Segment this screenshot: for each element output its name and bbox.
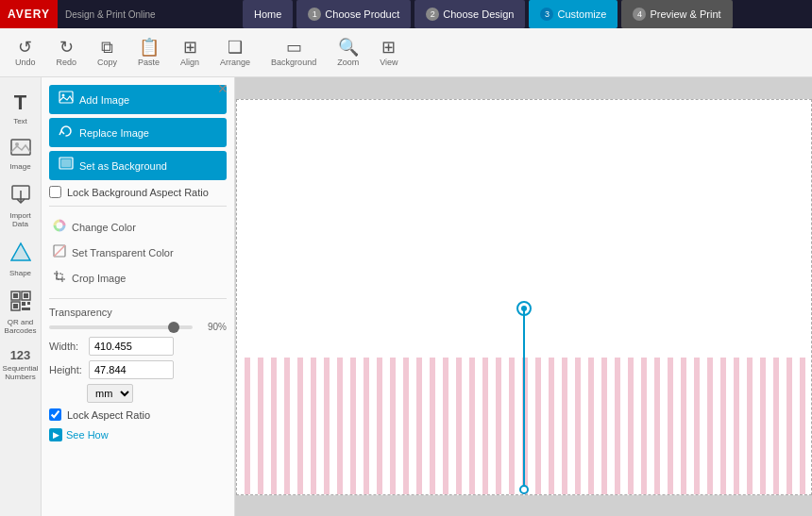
set-transparent-option[interactable]: Set Transparent Color: [49, 240, 227, 265]
svg-marker-4: [11, 243, 30, 260]
crop-icon: [53, 270, 66, 286]
align-icon: ⊞: [183, 39, 197, 56]
nav-steps: Home 1 Choose Product 2 Choose Design 3 …: [243, 0, 733, 28]
svg-rect-8: [24, 293, 28, 298]
label-canvas[interactable]: [236, 99, 812, 495]
transparency-slider-row: 90%: [49, 322, 227, 332]
view-button[interactable]: ⊞ View: [374, 35, 403, 71]
background-icon: ▭: [286, 39, 302, 56]
align-button[interactable]: ⊞ Align: [175, 35, 205, 71]
transparency-label: Transparency: [49, 307, 227, 318]
background-button[interactable]: ▭ Background: [265, 35, 322, 71]
see-how-row[interactable]: ▶ See How: [49, 428, 227, 441]
set-transparent-icon: [53, 244, 66, 260]
svg-line-20: [54, 245, 65, 257]
sidebar-item-qr[interactable]: QR andBarcodes: [1, 285, 41, 341]
crop-image-option[interactable]: Crop Image: [49, 265, 227, 291]
add-image-icon: [59, 91, 74, 108]
lock-background-checkbox[interactable]: [49, 186, 61, 198]
qr-icon: [10, 291, 31, 316]
canvas-workspace: [236, 99, 812, 495]
top-navigation: AVERY Design & Print Online Home 1 Choos…: [0, 0, 812, 28]
svg-rect-6: [13, 293, 18, 298]
left-panel: ✕ Add Image Replace Image: [42, 77, 235, 516]
height-label: Height:: [49, 364, 83, 375]
change-color-option[interactable]: Change Color: [49, 214, 227, 240]
sidebar-item-import[interactable]: ImportData: [1, 178, 41, 234]
svg-rect-10: [13, 304, 18, 308]
brand-tagline: Design & Print Online: [58, 9, 163, 20]
width-label: Width:: [49, 341, 83, 352]
avery-logo: AVERY: [0, 0, 58, 28]
svg-rect-17: [61, 159, 71, 167]
zoom-icon: 🔍: [338, 39, 359, 56]
sidebar-item-shape[interactable]: Shape: [1, 236, 41, 283]
shape-icon: [10, 241, 31, 267]
selection-line: [523, 308, 525, 494]
sidebar-icons: T Text Image ImportData: [0, 77, 42, 516]
set-background-button[interactable]: Set as Background: [49, 151, 227, 180]
nav-step-home[interactable]: Home: [243, 0, 293, 28]
lock-background-row: Lock Background Aspect Ratio: [49, 186, 227, 198]
divider-1: [49, 206, 227, 207]
nav-step-choose-design[interactable]: 2 Choose Design: [414, 0, 525, 28]
main-area: T Text Image ImportData: [0, 77, 812, 516]
replace-image-icon: [59, 124, 74, 141]
handle-circle-bottom[interactable]: [519, 485, 529, 494]
import-icon: [10, 184, 31, 209]
width-field-row: Width:: [49, 337, 227, 356]
nav-step-choose-product[interactable]: 1 Choose Product: [296, 0, 411, 28]
transparency-slider[interactable]: [49, 325, 193, 329]
nav-step-preview[interactable]: 4 Preview & Print: [621, 0, 732, 28]
lock-aspect-checkbox[interactable]: [49, 408, 61, 421]
sidebar-item-sequential[interactable]: 123 SequentialNumbers: [1, 342, 41, 387]
add-image-button[interactable]: Add Image: [49, 85, 227, 114]
width-input[interactable]: [89, 337, 174, 356]
canvas-area: [235, 77, 812, 516]
paste-icon: 📋: [139, 39, 160, 56]
selection-handle-bottom[interactable]: [519, 485, 529, 494]
redo-icon: ↻: [59, 39, 74, 56]
sidebar-item-text[interactable]: T Text: [1, 85, 41, 131]
replace-image-button[interactable]: Replace Image: [49, 118, 227, 147]
image-icon: [10, 139, 31, 160]
sequential-icon: 123: [10, 348, 31, 362]
divider-2: [49, 298, 227, 299]
lock-aspect-row: Lock Aspect Ratio: [49, 408, 227, 421]
unit-select[interactable]: mm in px: [87, 384, 133, 403]
undo-button[interactable]: ↺ Undo: [9, 35, 42, 71]
transparency-value: 90%: [198, 322, 227, 332]
change-color-icon: [53, 219, 66, 235]
zoom-button[interactable]: 🔍 Zoom: [331, 35, 364, 71]
text-icon: T: [14, 91, 26, 115]
unit-select-row: mm in px: [87, 384, 227, 403]
svg-rect-12: [27, 302, 30, 305]
redo-button[interactable]: ↻ Redo: [51, 35, 83, 71]
svg-point-15: [62, 94, 65, 97]
undo-icon: ↺: [18, 39, 32, 56]
height-field-row: Height:: [49, 360, 227, 379]
paste-button[interactable]: 📋 Paste: [132, 35, 165, 71]
toolbar: ↺ Undo ↻ Redo ⧉ Copy 📋 Paste ⊞ Align ❑ A…: [0, 28, 812, 77]
nav-step-customize[interactable]: 3 Customize: [529, 0, 617, 28]
view-icon: ⊞: [381, 39, 396, 56]
arrange-button[interactable]: ❑ Arrange: [214, 35, 256, 71]
svg-rect-11: [22, 302, 25, 306]
copy-icon: ⧉: [101, 39, 113, 56]
arrange-icon: ❑: [228, 39, 243, 56]
svg-rect-13: [22, 308, 30, 310]
close-panel-button[interactable]: ✕: [217, 81, 228, 96]
height-input[interactable]: [89, 360, 174, 379]
sidebar-item-image[interactable]: Image: [1, 133, 41, 176]
copy-button[interactable]: ⧉ Copy: [92, 35, 123, 71]
svg-rect-21: [57, 274, 62, 279]
see-how-button[interactable]: ▶: [49, 428, 62, 441]
set-background-icon: [59, 157, 74, 175]
